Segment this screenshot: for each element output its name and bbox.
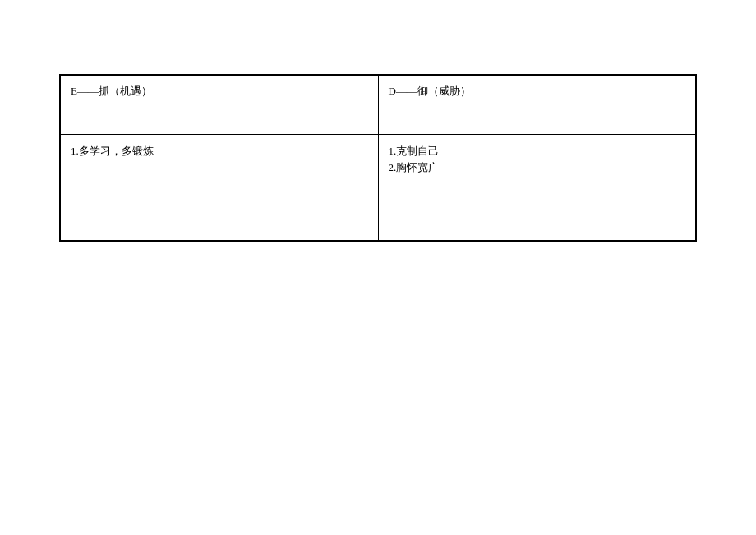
header-cell-threat: D——御（威胁） <box>378 75 696 134</box>
threat-item-2: 2.胸怀宽广 <box>389 159 686 177</box>
table-header-row: E——抓（机遇） D——御（威胁） <box>60 75 696 134</box>
header-cell-opportunity: E——抓（机遇） <box>60 75 378 134</box>
table-content-row: 1.多学习，多锻炼 1.克制自己 2.胸怀宽广 <box>60 134 696 241</box>
content-cell-opportunity: 1.多学习，多锻炼 <box>60 134 378 241</box>
threat-item-1: 1.克制自己 <box>389 143 686 160</box>
header-label-d: D——御（威胁） <box>389 85 471 97</box>
header-label-e: E——抓（机遇） <box>71 85 152 97</box>
opportunity-item-1: 1.多学习，多锻炼 <box>71 143 368 160</box>
swot-analysis-table: E——抓（机遇） D——御（威胁） 1.多学习，多锻炼 1.克制自己 2.胸怀宽… <box>59 74 697 242</box>
content-cell-threat: 1.克制自己 2.胸怀宽广 <box>378 134 696 241</box>
